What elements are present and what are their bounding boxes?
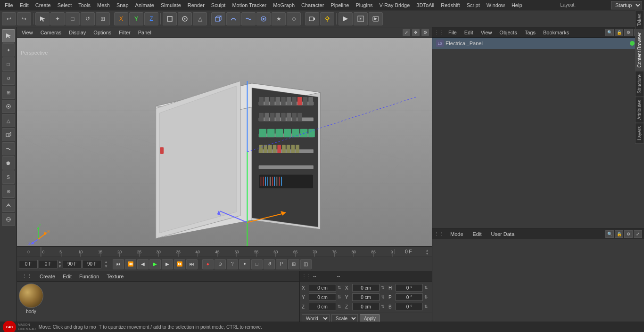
menu-tools[interactable]: Tools	[75, 1, 93, 9]
menu-simulate[interactable]: Simulate	[158, 1, 184, 9]
obj-mgr-objects[interactable]: Objects	[496, 29, 520, 36]
viewport-options-menu[interactable]: Options	[91, 29, 113, 36]
menu-sculpt[interactable]: Sculpt	[208, 1, 229, 9]
next-frame-btn[interactable]: ⏩	[174, 259, 185, 269]
menu-render[interactable]: Render	[185, 1, 207, 9]
viewport-cameras-menu[interactable]: Cameras	[39, 29, 64, 36]
left-tool3[interactable]	[2, 128, 15, 141]
playback-end2-input[interactable]	[83, 260, 101, 268]
settings-icon[interactable]: ⚙	[624, 29, 633, 36]
pb-extra6[interactable]: ◫	[300, 259, 312, 269]
viewport-panel-menu[interactable]: Panel	[136, 29, 153, 36]
y-pos-input[interactable]	[309, 293, 336, 301]
menu-mesh[interactable]: Mesh	[94, 1, 113, 9]
menu-select[interactable]: Select	[55, 1, 75, 9]
left-select-btn[interactable]	[2, 29, 15, 42]
menu-window[interactable]: Window	[484, 1, 508, 9]
scale-tool-btn[interactable]: □	[66, 12, 80, 25]
left-tool6[interactable]: ⊛	[2, 185, 15, 198]
obj-mgr-bookmarks[interactable]: Bookmarks	[540, 29, 572, 36]
left-paint-btn[interactable]: S	[2, 170, 15, 184]
mat-function-menu[interactable]: Function	[77, 273, 101, 280]
undo-btn[interactable]: ↩	[2, 12, 16, 25]
search-icon[interactable]: 🔍	[605, 29, 614, 36]
render-to-picture-btn[interactable]	[369, 12, 383, 25]
x-axis-btn[interactable]: X	[114, 12, 128, 25]
frame-down-btn[interactable]: ▼	[426, 252, 429, 255]
attr-search-icon[interactable]: 🔍	[605, 230, 614, 238]
goto-end-btn[interactable]: ⏭	[186, 259, 198, 269]
pb-extra1[interactable]: ✦	[239, 259, 250, 269]
prev-frame-btn[interactable]: ⏪	[125, 259, 136, 269]
next-keyframe-btn[interactable]: ▶	[162, 259, 173, 269]
menu-snap[interactable]: Snap	[114, 1, 132, 9]
point-mode-btn[interactable]: △	[193, 12, 207, 25]
h-rot-input[interactable]	[396, 284, 423, 292]
layers-tab[interactable]: Layers	[635, 123, 644, 144]
layout-select[interactable]: Startup	[611, 1, 642, 9]
menu-create[interactable]: Create	[33, 1, 54, 9]
obj-mgr-tags[interactable]: Tags	[522, 29, 538, 36]
content-browser-tab[interactable]: Content Browser	[635, 29, 644, 71]
obj-mgr-view[interactable]: View	[478, 29, 495, 36]
viewport-display-menu[interactable]: Display	[67, 29, 88, 36]
obj-mgr-edit[interactable]: Edit	[462, 29, 476, 36]
object-mode-btn[interactable]	[163, 12, 177, 25]
light-btn[interactable]	[320, 12, 334, 25]
pb-extra2[interactable]: □	[251, 259, 263, 269]
b-rot-arrow[interactable]: ⇅	[424, 304, 428, 309]
lock-icon[interactable]: 🔒	[615, 29, 623, 36]
key-mode-btn[interactable]: ?	[227, 259, 238, 269]
spline-btn[interactable]	[241, 12, 256, 25]
green-dot[interactable]	[630, 41, 635, 46]
attr-settings-icon[interactable]: ⚙	[624, 230, 633, 238]
nurbs-btn[interactable]	[226, 12, 240, 25]
select-tool-btn[interactable]	[35, 12, 50, 25]
viewport-view-menu[interactable]: View	[20, 29, 35, 36]
mat-edit-menu[interactable]: Edit	[61, 273, 74, 280]
frame-spinners[interactable]: ▲▼	[58, 260, 62, 268]
z-pos-input[interactable]	[309, 303, 336, 310]
p-rot-input[interactable]	[396, 293, 423, 301]
left-tool5[interactable]: ⬟	[2, 156, 15, 170]
render-btn[interactable]	[339, 12, 353, 25]
field-btn[interactable]: ◇	[287, 12, 301, 25]
left-tool8[interactable]	[2, 213, 15, 226]
auto-key-btn[interactable]: ⊙	[215, 259, 226, 269]
menu-script[interactable]: Script	[464, 1, 483, 9]
menu-vray[interactable]: V-Ray Bridge	[377, 1, 413, 9]
z-scale-input[interactable]	[352, 303, 380, 310]
z-scale-arrow[interactable]: ⇅	[381, 304, 385, 309]
b-rot-input[interactable]	[396, 303, 423, 310]
cube-btn[interactable]	[211, 12, 225, 25]
playback-end-input[interactable]	[63, 260, 82, 268]
menu-file[interactable]: File	[2, 1, 16, 9]
left-tool4[interactable]	[2, 142, 15, 155]
left-rotate-btn[interactable]: ↺	[2, 72, 15, 85]
viewport-filter-menu[interactable]: Filter	[117, 29, 132, 36]
deformer-btn[interactable]: ★	[272, 12, 286, 25]
pb-extra5[interactable]: ⊞	[288, 259, 299, 269]
record-btn[interactable]: ●	[202, 259, 214, 269]
obj-mgr-file[interactable]: File	[446, 29, 460, 36]
edge-mode-btn[interactable]	[178, 12, 192, 25]
prev-keyframe-btn[interactable]: ◀	[137, 259, 149, 269]
menu-help[interactable]: Help	[509, 1, 525, 9]
playback-start-input[interactable]	[19, 260, 38, 268]
mat-texture-menu[interactable]: Texture	[105, 273, 125, 280]
p-rot-arrow[interactable]: ⇅	[424, 295, 428, 300]
move-tool-btn[interactable]: ✦	[50, 12, 65, 25]
x-pos-input[interactable]	[309, 284, 336, 292]
table-row[interactable]: L0 Electrical_Panel	[432, 38, 644, 49]
menu-edit[interactable]: Edit	[17, 1, 32, 9]
y-scale-arrow[interactable]: ⇅	[381, 295, 385, 300]
menu-pipeline[interactable]: Pipeline	[328, 1, 352, 9]
left-scale-btn[interactable]: ⊞	[2, 86, 15, 99]
attr-lock-icon[interactable]: 🔒	[615, 230, 623, 238]
y-axis-btn[interactable]: Y	[129, 12, 143, 25]
generator-btn[interactable]	[256, 12, 271, 25]
pb-extra4[interactable]: P	[276, 259, 287, 269]
z-axis-btn[interactable]: Z	[144, 12, 158, 25]
redo-btn[interactable]: ↪	[17, 12, 31, 25]
y-pos-arrow[interactable]: ⇅	[338, 295, 341, 300]
